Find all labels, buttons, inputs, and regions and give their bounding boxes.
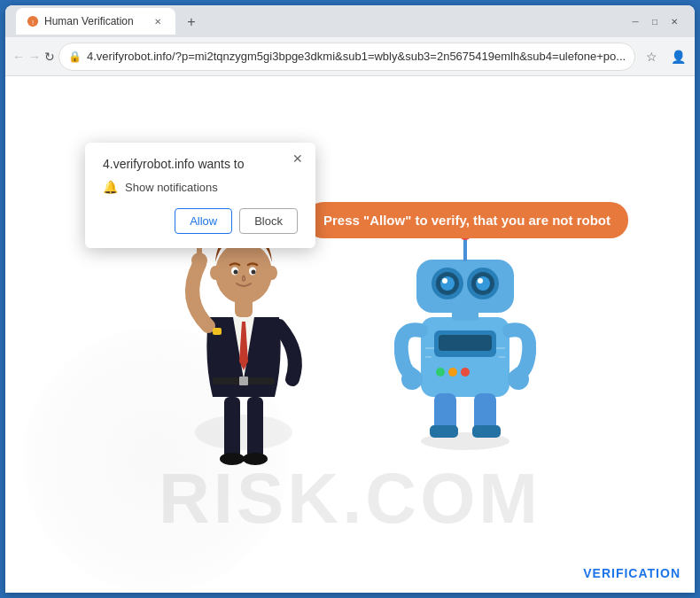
svg-point-34 — [442, 278, 447, 283]
close-button[interactable]: ✕ — [668, 15, 681, 27]
svg-rect-4 — [247, 397, 263, 459]
address-bar: ← → ↻ 🔒 4.verifyrobot.info/?p=mi2tqnzygm… — [5, 37, 695, 76]
active-tab[interactable]: ! Human Verification ✕ — [16, 8, 175, 35]
allow-button[interactable]: Allow — [175, 208, 232, 234]
title-bar: ! Human Verification ✕ + ─ □ ✕ — [5, 5, 695, 37]
svg-point-6 — [243, 453, 268, 465]
robot-figure — [394, 220, 536, 450]
browser-window: ! Human Verification ✕ + ─ □ ✕ ← → ↻ 🔒 4… — [5, 5, 695, 593]
popup-close-button[interactable]: ✕ — [289, 150, 307, 167]
maximize-button[interactable]: □ — [649, 15, 661, 27]
notification-popup: ✕ 4.verifyrobot.info wants to 🔔 Show not… — [85, 143, 315, 248]
profile-button[interactable]: 👤 — [665, 44, 690, 69]
svg-text:!: ! — [32, 19, 34, 27]
svg-rect-16 — [213, 328, 222, 335]
robot-svg — [394, 220, 536, 450]
svg-point-33 — [476, 276, 490, 291]
speech-bubble: Press "Allow" to verify, that you are no… — [306, 202, 628, 238]
menu-button[interactable]: ⋮ — [692, 44, 695, 69]
window-controls: ─ □ ✕ — [629, 15, 681, 27]
svg-rect-22 — [439, 335, 492, 351]
svg-point-32 — [440, 276, 455, 291]
svg-point-24 — [448, 368, 457, 377]
speech-text: Press "Allow" to verify, that you are no… — [323, 213, 611, 228]
tab-bar: ! Human Verification ✕ + — [12, 8, 626, 35]
svg-point-39 — [508, 369, 529, 390]
back-button[interactable]: ← — [12, 44, 25, 69]
popup-title: 4.verifyrobot.info wants to — [103, 157, 298, 171]
bookmark-button[interactable]: ☆ — [639, 44, 664, 69]
svg-point-13 — [252, 269, 256, 274]
svg-point-38 — [401, 369, 423, 390]
popup-notification-text: Show notifications — [125, 181, 218, 194]
svg-rect-41 — [430, 425, 458, 438]
reload-button[interactable]: ↻ — [44, 44, 55, 69]
verification-label: VERIFICATION — [583, 566, 681, 580]
svg-point-5 — [220, 453, 245, 465]
new-tab-button[interactable]: + — [179, 10, 204, 35]
tab-title: Human Verification — [44, 15, 145, 27]
svg-point-9 — [215, 242, 272, 304]
svg-rect-18 — [239, 377, 248, 385]
svg-point-2 — [195, 415, 292, 450]
close-tab-button[interactable]: ✕ — [151, 14, 165, 28]
block-button[interactable]: Block — [239, 208, 298, 234]
url-text: 4.verifyrobot.info/?p=mi2tqnzygm5gi3bpge… — [87, 50, 626, 63]
svg-point-15 — [267, 266, 277, 280]
page-content: RISK.COM Press "Allow" to verify, that y… — [5, 76, 695, 593]
svg-rect-43 — [472, 425, 501, 438]
svg-point-35 — [478, 278, 483, 283]
popup-buttons: Allow Block — [103, 208, 298, 234]
svg-rect-3 — [224, 397, 240, 459]
tab-favicon: ! — [27, 15, 39, 27]
svg-rect-27 — [416, 260, 514, 313]
lock-icon: 🔒 — [68, 50, 82, 63]
toolbar-icons: ☆ 👤 ⋮ — [639, 44, 695, 69]
forward-button[interactable]: → — [28, 44, 41, 69]
url-bar[interactable]: 🔒 4.verifyrobot.info/?p=mi2tqnzygm5gi3bp… — [58, 43, 635, 71]
svg-point-25 — [461, 368, 470, 377]
minimize-button[interactable]: ─ — [629, 15, 642, 27]
popup-notification-row: 🔔 Show notifications — [103, 180, 298, 194]
bell-icon: 🔔 — [103, 180, 118, 194]
svg-point-14 — [210, 266, 221, 280]
svg-point-23 — [436, 368, 445, 377]
svg-point-12 — [234, 269, 238, 274]
